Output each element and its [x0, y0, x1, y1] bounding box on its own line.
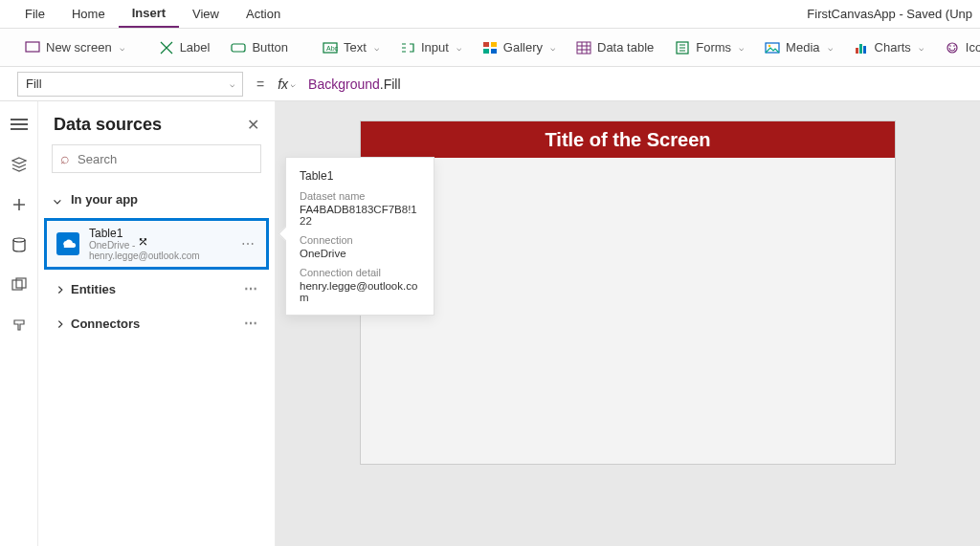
- svg-rect-7: [491, 49, 497, 54]
- section-label: In your app: [71, 192, 138, 207]
- section-connectors[interactable]: ⌵ Connectors ⋯: [38, 306, 275, 340]
- charts-icon: [854, 40, 869, 55]
- gallery-icon: [482, 40, 498, 55]
- tree-view-icon[interactable]: [10, 115, 29, 134]
- panel-title: Data sources: [54, 115, 162, 135]
- search-icon: ⌕: [60, 150, 70, 167]
- svg-rect-12: [856, 48, 858, 54]
- layers-icon[interactable]: [10, 155, 29, 174]
- menu-bar: File Home Insert View Action FirstCanvas…: [0, 0, 980, 29]
- flyout-connection-value: OneDrive: [300, 248, 420, 259]
- item-subtitle: OneDrive - henry.legge@outlook.com: [89, 240, 232, 261]
- forms-icon: [675, 40, 690, 55]
- formula-bar: Fill ⌵ = fx ⌵ Background.Fill: [0, 67, 980, 101]
- icons-label: Icons: [966, 40, 980, 55]
- panel-header: Data sources ✕: [38, 101, 275, 144]
- data-source-flyout: Table1 Dataset name FA4BADB8183CF7B8!122…: [285, 157, 434, 316]
- charts-label: Charts: [875, 40, 911, 55]
- data-source-table1[interactable]: Table1 OneDrive - henry.legge@outlook.co…: [44, 218, 269, 270]
- main-body: Data sources ✕ ⌕ ⌵ In your app Table1 On…: [0, 101, 980, 546]
- more-options-icon[interactable]: ⋯: [244, 316, 259, 331]
- formula-input[interactable]: Background.Fill: [308, 76, 963, 92]
- input-button[interactable]: Input ⌵: [390, 36, 471, 59]
- ribbon-toolbar: New screen ⌵ Label Button Abc Text ⌵ Inp…: [0, 29, 980, 67]
- menu-view[interactable]: View: [179, 0, 233, 28]
- menu-action[interactable]: Action: [233, 0, 294, 28]
- menu-home[interactable]: Home: [58, 0, 119, 28]
- screen-title-text: Title of the Screen: [545, 129, 710, 151]
- icons-button[interactable]: Icons ⌵: [935, 36, 980, 59]
- property-selector[interactable]: Fill ⌵: [17, 72, 243, 97]
- chevron-down-icon: ⌵: [54, 192, 61, 207]
- left-rail: [0, 101, 38, 546]
- chevron-down-icon: ⌵: [919, 43, 924, 53]
- more-options-icon[interactable]: ⋯: [244, 281, 259, 296]
- chevron-down-icon: ⌵: [457, 43, 461, 53]
- flyout-connection-label: Connection: [300, 234, 420, 246]
- screen-frame[interactable]: Title of the Screen: [360, 120, 896, 465]
- section-in-your-app[interactable]: ⌵ In your app: [38, 183, 275, 216]
- flyout-detail-label: Connection detail: [300, 267, 420, 278]
- svg-rect-5: [491, 42, 497, 47]
- svg-rect-14: [863, 46, 866, 54]
- chevron-down-icon: ⌵: [828, 43, 833, 53]
- svg-point-16: [949, 45, 951, 47]
- search-box[interactable]: ⌕: [52, 144, 261, 173]
- svg-point-11: [768, 44, 770, 46]
- menu-file[interactable]: File: [11, 0, 58, 28]
- flyout-detail-value: henry.legge@outlook.com: [300, 280, 420, 303]
- fx-text: fx: [278, 76, 288, 92]
- text-button[interactable]: Abc Text ⌵: [313, 36, 389, 59]
- formula-reference: Background: [308, 76, 380, 92]
- media-label: Media: [786, 40, 819, 55]
- data-table-button[interactable]: Data table: [567, 36, 663, 59]
- chevron-down-icon: ⌵: [739, 43, 744, 53]
- add-icon[interactable]: [10, 195, 29, 214]
- svg-text:Abc: Abc: [326, 45, 338, 52]
- data-sources-panel: Data sources ✕ ⌕ ⌵ In your app Table1 On…: [38, 101, 276, 546]
- advanced-tools-icon[interactable]: [10, 316, 29, 335]
- svg-rect-1: [232, 44, 245, 52]
- menu-insert[interactable]: Insert: [119, 0, 179, 28]
- text-label: Text: [344, 40, 367, 55]
- close-icon[interactable]: ✕: [247, 116, 259, 134]
- button-icon: [231, 40, 246, 55]
- property-name: Fill: [26, 76, 42, 91]
- svg-point-17: [953, 45, 955, 47]
- table-icon: [576, 40, 591, 55]
- chevron-right-icon: ⌵: [51, 285, 65, 293]
- chevron-down-icon: ⌵: [290, 79, 295, 89]
- section-entities[interactable]: ⌵ Entities ⋯: [38, 272, 275, 306]
- icons-icon: [945, 40, 960, 55]
- svg-point-22: [13, 238, 25, 242]
- button-button[interactable]: Button: [221, 36, 298, 59]
- data-icon[interactable]: [10, 235, 29, 254]
- search-input[interactable]: [78, 152, 253, 166]
- chevron-down-icon: ⌵: [230, 79, 234, 89]
- chevron-down-icon: ⌵: [374, 43, 379, 53]
- equals-sign: =: [256, 76, 264, 92]
- app-title: FirstCanvasApp - Saved (Unp: [807, 7, 980, 21]
- gallery-label: Gallery: [503, 40, 543, 55]
- more-options-icon[interactable]: ⋯: [241, 236, 256, 251]
- screen-title-bar[interactable]: Title of the Screen: [361, 121, 895, 158]
- svg-rect-8: [577, 42, 590, 54]
- forms-button[interactable]: Forms ⌵: [665, 36, 753, 59]
- flyout-dataset-value: FA4BADB8183CF7B8!122: [300, 204, 420, 227]
- chevron-right-icon: ⌵: [51, 319, 65, 327]
- fx-label[interactable]: fx ⌵: [278, 76, 295, 92]
- media-button[interactable]: Media ⌵: [755, 36, 841, 59]
- screen-icon: [25, 40, 40, 55]
- gallery-button[interactable]: Gallery ⌵: [473, 36, 565, 59]
- flyout-title: Table1: [300, 169, 420, 183]
- media-icon: [765, 40, 780, 55]
- input-label: Input: [421, 40, 449, 55]
- section-label: Connectors: [71, 317, 140, 331]
- new-screen-button[interactable]: New screen ⌵: [15, 36, 134, 59]
- data-table-label: Data table: [597, 40, 654, 55]
- svg-rect-4: [483, 42, 489, 47]
- label-button[interactable]: Label: [149, 36, 220, 59]
- label-icon: [159, 40, 174, 55]
- media-rail-icon[interactable]: [10, 275, 29, 295]
- charts-button[interactable]: Charts ⌵: [844, 36, 933, 59]
